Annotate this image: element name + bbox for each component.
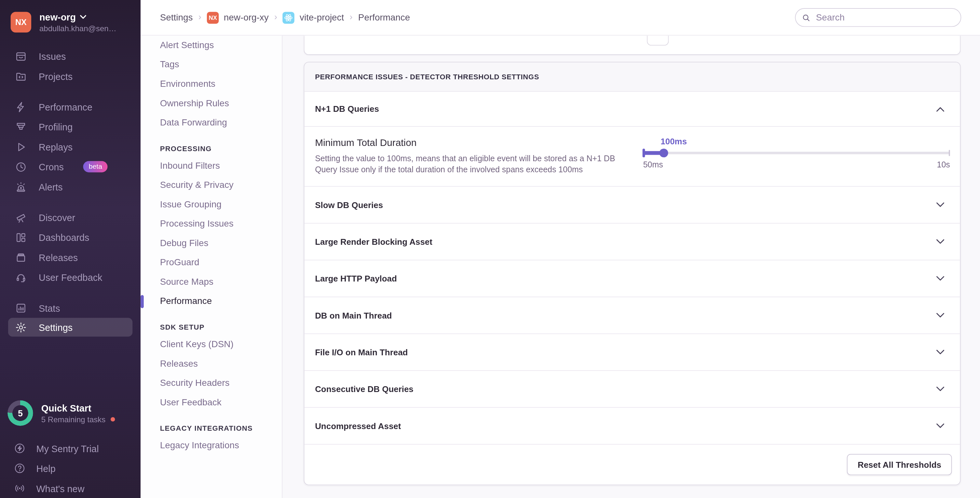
detector-setting-row: Minimum Total Duration Setting the value… [304,127,960,187]
quick-start-subtitle: 5 Remaining tasks [41,415,106,423]
accordion-file-io-on-main-thread[interactable]: File I/O on Main Thread [304,334,960,371]
sidebar-item-label: Stats [39,303,60,313]
releases-icon [15,251,27,263]
chevron-down-icon [936,350,945,355]
quick-start-count: 5 [8,400,33,426]
search-icon [802,13,810,22]
breadcrumb-page: Performance [358,12,410,22]
sidebar-item-projects[interactable]: Projects [0,66,140,86]
sidebar-item-crons[interactable]: Crons beta [0,157,140,176]
slider-track[interactable] [643,152,950,154]
sidebar-item-settings[interactable]: Settings [8,318,132,337]
settings-nav-issue-grouping[interactable]: Issue Grouping [140,195,282,214]
sidebar-item-label: Settings [39,322,73,333]
primary-nav: Issues Projects Performance Profiling [0,46,140,336]
sidebar-item-alerts[interactable]: Alerts [0,177,140,197]
sidebar-item-issues[interactable]: Issues [0,46,140,66]
setting-description: Setting the value to 100ms, means that a… [315,153,626,175]
slider-handle[interactable] [660,149,668,157]
threshold-slider: 100ms 50ms 10s [643,136,950,175]
sidebar-item-profiling[interactable]: Profiling [0,117,140,136]
replays-icon [15,141,27,152]
accordion-slow-db-queries[interactable]: Slow DB Queries [304,187,960,223]
sidebar-item-stats[interactable]: Stats [0,298,140,317]
sidebar-item-whats-new[interactable]: What's new [0,478,140,498]
org-switcher[interactable]: NX new-org abdullah.khan@sen… [0,0,140,33]
chevron-down-icon [936,276,945,281]
settings-nav-header-legacy: LEGACY INTEGRATIONS [140,412,282,436]
partially-visible-control[interactable] [647,35,669,46]
chevron-up-icon [936,106,945,111]
accordion-consecutive-db-queries[interactable]: Consecutive DB Queries [304,371,960,408]
accordion-large-render-blocking-asset[interactable]: Large Render Blocking Asset [304,224,960,260]
search-box [795,8,961,27]
panel-title: PERFORMANCE ISSUES - DETECTOR THRESHOLD … [304,62,960,92]
settings-nav-ownership-rules[interactable]: Ownership Rules [140,94,282,113]
settings-nav-releases[interactable]: Releases [140,354,282,373]
sidebar-item-performance[interactable]: Performance [0,97,140,117]
sidebar-item-label: Projects [39,71,73,82]
settings-nav-data-forwarding[interactable]: Data Forwarding [140,113,282,133]
settings-nav-proguard[interactable]: ProGuard [140,253,282,273]
dashboards-icon [15,232,27,243]
sidebar-item-user-feedback[interactable]: User Feedback [0,267,140,287]
settings-nav-performance[interactable]: Performance [140,292,282,311]
settings-nav-source-maps[interactable]: Source Maps [140,273,282,292]
issues-icon [15,51,27,62]
settings-nav-user-feedback[interactable]: User Feedback [140,393,282,412]
breadcrumb-settings[interactable]: Settings [160,12,193,22]
settings-nav-client-keys[interactable]: Client Keys (DSN) [140,335,282,354]
slider-value-label: 100ms [660,137,688,146]
breadcrumb-organization[interactable]: NX new-org-xy [207,12,269,24]
sidebar-item-discover[interactable]: Discover [0,208,140,227]
accordion-n1-db-queries[interactable]: N+1 DB Queries [304,92,960,127]
setting-label: Minimum Total Duration [315,138,626,149]
chevron-down-icon [80,15,86,19]
help-circle-icon [14,462,25,474]
settings-nav-header-processing: PROCESSING [140,132,282,156]
quick-start-widget[interactable]: 5 Quick Start 5 Remaining tasks [0,400,140,426]
sidebar-item-label: Help [36,463,55,474]
chevron-down-icon [936,423,945,428]
reset-all-thresholds-button[interactable]: Reset All Thresholds [847,454,952,475]
sidebar-item-releases[interactable]: Releases [0,247,140,267]
search-input[interactable] [815,12,954,23]
discover-icon [15,211,27,223]
settings-nav-debug-files[interactable]: Debug Files [140,233,282,253]
bolt-circle-icon [14,442,25,454]
projects-icon [15,70,27,82]
settings-nav-security-headers[interactable]: Security Headers [140,373,282,393]
sidebar-item-label: Performance [39,102,92,112]
panel-footer: Reset All Thresholds [304,445,960,485]
sidebar-item-label: What's new [36,483,84,494]
chevron-down-icon [936,387,945,392]
top-header-bar: Settings › NX new-org-xy › vite-project … [140,0,980,35]
settings-nav-tags[interactable]: Tags [140,55,282,75]
org-badge: NX [207,12,219,24]
breadcrumb: Settings › NX new-org-xy › vite-project … [160,12,410,24]
accordion-large-http-payload[interactable]: Large HTTP Payload [304,260,960,297]
breadcrumb-separator: › [274,12,277,22]
slider-start-tick [643,149,645,157]
chevron-down-icon [936,313,945,317]
main-content: PERFORMANCE ISSUES - DETECTOR THRESHOLD … [282,35,980,498]
settings-nav-processing-issues[interactable]: Processing Issues [140,214,282,234]
profiling-icon [15,121,27,133]
stats-icon [15,302,27,314]
sidebar-item-replays[interactable]: Replays [0,137,140,157]
sidebar-item-label: Profiling [39,122,73,132]
settings-nav-inbound-filters[interactable]: Inbound Filters [140,156,282,176]
react-project-icon [283,12,294,24]
accordion-uncompressed-asset[interactable]: Uncompressed Asset [304,408,960,444]
quick-start-progress-ring: 5 [8,400,33,426]
settings-nav-environments[interactable]: Environments [140,75,282,94]
settings-nav-alert-settings[interactable]: Alert Settings [140,35,282,55]
settings-nav-legacy-integrations[interactable]: Legacy Integrations [140,436,282,455]
app-window: NX new-org abdullah.khan@sen… Issues Pro… [0,0,980,498]
accordion-db-on-main-thread[interactable]: DB on Main Thread [304,297,960,334]
breadcrumb-project[interactable]: vite-project [283,12,344,24]
settings-nav-security-privacy[interactable]: Security & Privacy [140,176,282,195]
sidebar-item-dashboards[interactable]: Dashboards [0,227,140,247]
sidebar-item-my-sentry-trial[interactable]: My Sentry Trial [0,438,140,458]
sidebar-item-help[interactable]: Help [0,458,140,478]
